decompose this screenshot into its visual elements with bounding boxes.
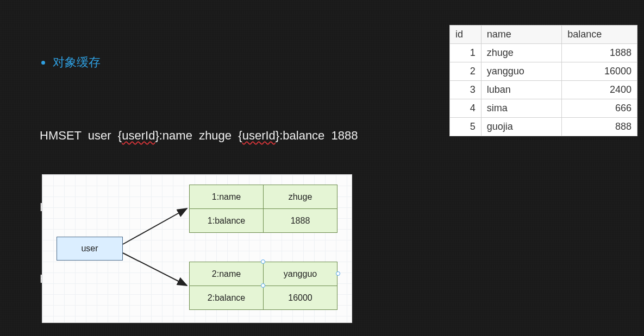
cell-name: guojia — [481, 118, 562, 136]
hash-value: zhuge — [264, 185, 337, 209]
cell-name: sima — [481, 99, 562, 118]
heading-row: 对象缓存 — [41, 54, 101, 71]
cell-balance: 666 — [562, 99, 637, 118]
bullet-dot-icon — [41, 61, 45, 65]
hash-row: 2:name yangguo — [190, 262, 337, 286]
hash-field: 2:name — [190, 262, 264, 286]
db-table: id name balance 1 zhuge 1888 2 yangguo 1… — [449, 25, 637, 136]
cell-id: 5 — [450, 118, 482, 136]
hash-row: 1:name zhuge — [190, 185, 337, 209]
hash-entry-1: 1:name zhuge 1:balance 1888 — [189, 185, 337, 233]
col-name: name — [481, 26, 562, 44]
hash-value: 1888 — [264, 209, 337, 233]
cell-name: yangguo — [481, 62, 562, 81]
cell-balance: 888 — [562, 118, 637, 136]
code-line-1: HMSET user {userId}:name zhuge {userId}:… — [40, 124, 358, 148]
cell-balance: 1888 — [562, 44, 637, 62]
selection-handle-icon — [261, 259, 265, 264]
selection-handle-icon — [336, 271, 340, 276]
hash-field: 1:balance — [190, 209, 264, 233]
hash-row: 1:balance 1888 — [190, 209, 337, 233]
db-table-header: id name balance — [450, 26, 637, 44]
table-row: 2 yangguo 16000 — [450, 62, 637, 81]
cell-id: 3 — [450, 81, 482, 99]
hash-diagram: user 1:name zhuge 1:balance 1888 2:name … — [42, 174, 352, 323]
cell-name: luban — [481, 81, 562, 99]
cell-id: 1 — [450, 44, 482, 62]
section-heading: 对象缓存 — [53, 54, 101, 71]
hash-value: 16000 — [264, 286, 337, 310]
redis-key-label: user — [81, 244, 98, 253]
cell-balance: 2400 — [562, 81, 637, 99]
hash-value: yangguo — [264, 262, 337, 286]
table-row: 4 sima 666 — [450, 99, 637, 118]
table-row: 3 luban 2400 — [450, 81, 637, 99]
hash-field: 2:balance — [190, 286, 264, 310]
svg-line-2 — [123, 253, 187, 286]
redis-key-box: user — [57, 237, 123, 261]
table-row: 1 zhuge 1888 — [450, 44, 637, 62]
selection-handle-icon — [261, 283, 265, 288]
hash-field: 1:name — [190, 185, 264, 209]
hash-row: 2:balance 16000 — [190, 286, 337, 310]
col-balance: balance — [562, 26, 637, 44]
cell-balance: 16000 — [562, 62, 637, 81]
table-row: 5 guojia 888 — [450, 118, 637, 136]
svg-line-1 — [123, 208, 187, 244]
col-id: id — [450, 26, 482, 44]
cell-name: zhuge — [481, 44, 562, 62]
placeholder-userid-2: userId — [242, 129, 276, 142]
placeholder-userid-1: userId — [122, 129, 155, 142]
cell-id: 4 — [450, 99, 482, 118]
cell-id: 2 — [450, 62, 482, 81]
